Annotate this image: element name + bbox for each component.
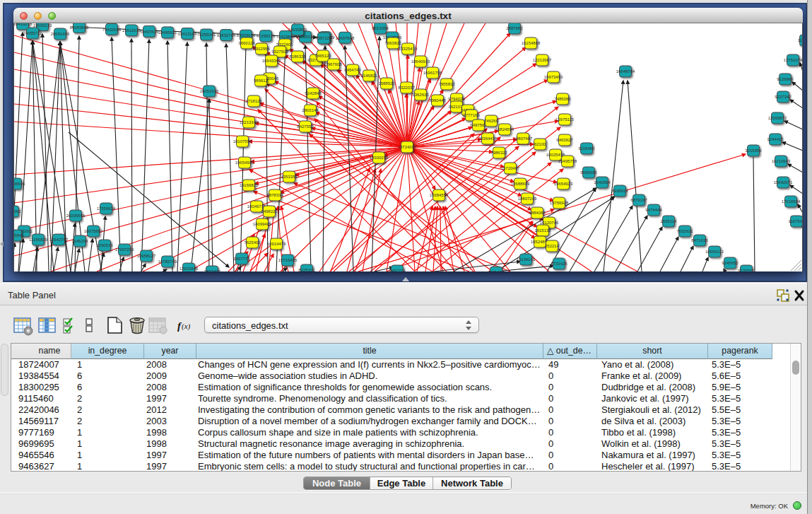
svg-text:18640910: 18640910 bbox=[411, 59, 430, 64]
svg-text:1353356: 1353356 bbox=[281, 175, 298, 179]
svg-text:1832009: 1832009 bbox=[204, 269, 220, 271]
svg-text:16697848: 16697848 bbox=[336, 36, 355, 40]
svg-text:26206506: 26206506 bbox=[14, 182, 25, 186]
svg-text:8990448: 8990448 bbox=[429, 98, 446, 103]
svg-text:7625402: 7625402 bbox=[244, 240, 261, 245]
svg-text:16648784: 16648784 bbox=[616, 69, 635, 74]
svg-text:10958127: 10958127 bbox=[137, 254, 156, 258]
svg-text:9327503: 9327503 bbox=[271, 49, 288, 54]
svg-text:3660124: 3660124 bbox=[238, 41, 255, 45]
svg-text:11156829: 11156829 bbox=[29, 238, 47, 242]
svg-text:9497274: 9497274 bbox=[389, 269, 406, 271]
svg-text:1112837: 1112837 bbox=[798, 38, 803, 42]
svg-text:2887682: 2887682 bbox=[506, 26, 523, 30]
svg-text:8322037: 8322037 bbox=[398, 86, 415, 90]
svg-text:15495758: 15495758 bbox=[558, 159, 577, 163]
svg-text:19384554: 19384554 bbox=[430, 193, 449, 197]
svg-text:8471636: 8471636 bbox=[691, 238, 708, 243]
svg-text:9699695: 9699695 bbox=[580, 170, 597, 175]
svg-text:1167533: 1167533 bbox=[789, 219, 803, 223]
svg-text:18300295: 18300295 bbox=[370, 156, 389, 160]
svg-text:20691406: 20691406 bbox=[51, 32, 70, 36]
svg-text:10433218: 10433218 bbox=[14, 23, 33, 26]
svg-text:19654963: 19654963 bbox=[235, 160, 254, 165]
svg-text:9242848: 9242848 bbox=[305, 91, 322, 95]
svg-text:19654923: 19654923 bbox=[554, 182, 573, 186]
svg-text:9146821: 9146821 bbox=[360, 74, 377, 78]
svg-text:8186328: 8186328 bbox=[289, 54, 306, 59]
svg-text:16543362: 16543362 bbox=[262, 59, 281, 63]
svg-text:7357224: 7357224 bbox=[315, 36, 332, 40]
svg-text:16824554: 16824554 bbox=[495, 127, 514, 132]
svg-text:2803144: 2803144 bbox=[302, 108, 319, 112]
svg-text:(x): (x) bbox=[182, 322, 191, 331]
svg-text:8454749: 8454749 bbox=[344, 68, 361, 72]
svg-text:1171403: 1171403 bbox=[488, 270, 505, 271]
svg-text:2967608: 2967608 bbox=[325, 62, 342, 66]
svg-text:3915841: 3915841 bbox=[14, 233, 24, 238]
svg-text:10975887: 10975887 bbox=[84, 229, 103, 233]
svg-text:9457771: 9457771 bbox=[233, 257, 250, 261]
svg-text:9115460: 9115460 bbox=[579, 146, 596, 151]
svg-text:2718126: 2718126 bbox=[245, 99, 262, 103]
svg-text:14099489: 14099489 bbox=[253, 222, 272, 226]
svg-text:79402654: 79402654 bbox=[102, 28, 122, 32]
svg-text:03413164: 03413164 bbox=[178, 32, 197, 36]
svg-text:15716485: 15716485 bbox=[278, 258, 298, 262]
svg-text:7632621: 7632621 bbox=[676, 229, 693, 233]
svg-text:16154808: 16154808 bbox=[522, 41, 541, 45]
svg-text:15692971: 15692971 bbox=[774, 180, 793, 185]
svg-text:5878334: 5878334 bbox=[266, 193, 283, 197]
svg-text:9884067: 9884067 bbox=[529, 211, 546, 215]
svg-text:7485063: 7485063 bbox=[554, 97, 571, 101]
svg-text:16120746: 16120746 bbox=[540, 221, 559, 225]
svg-text:18495931: 18495931 bbox=[158, 30, 177, 35]
svg-text:9227342: 9227342 bbox=[775, 95, 792, 99]
svg-text:9794028: 9794028 bbox=[448, 97, 465, 101]
svg-text:17359934: 17359934 bbox=[97, 206, 116, 211]
svg-text:8813054: 8813054 bbox=[372, 26, 389, 30]
svg-text:1733426: 1733426 bbox=[551, 262, 567, 266]
svg-text:12975115: 12975115 bbox=[555, 117, 575, 122]
svg-text:10807487: 10807487 bbox=[514, 136, 533, 141]
svg-text:9129966: 9129966 bbox=[777, 77, 794, 81]
svg-text:8427552: 8427552 bbox=[297, 124, 314, 129]
svg-text:9777169: 9777169 bbox=[463, 113, 480, 117]
svg-text:9245652: 9245652 bbox=[722, 261, 739, 265]
svg-text:8938913: 8938913 bbox=[611, 189, 628, 193]
svg-text:15136141: 15136141 bbox=[517, 257, 536, 262]
svg-text:75255341: 75255341 bbox=[197, 33, 216, 37]
svg-text:13325419: 13325419 bbox=[399, 47, 418, 51]
svg-text:1615132: 1615132 bbox=[534, 228, 551, 233]
svg-text:20053346: 20053346 bbox=[200, 89, 219, 93]
svg-text:89083863: 89083863 bbox=[70, 25, 89, 30]
svg-text:12093872: 12093872 bbox=[768, 116, 787, 120]
svg-text:16914479: 16914479 bbox=[267, 242, 286, 246]
svg-text:16033809: 16033809 bbox=[288, 28, 307, 32]
svg-text:62100: 62100 bbox=[534, 142, 546, 146]
svg-text:5465123: 5465123 bbox=[314, 54, 331, 58]
svg-text:13751074: 13751074 bbox=[784, 58, 803, 62]
svg-text:989612: 989612 bbox=[254, 78, 269, 83]
svg-text:1640954: 1640954 bbox=[594, 180, 611, 185]
svg-text:1588520: 1588520 bbox=[378, 81, 395, 86]
svg-text:17957255: 17957255 bbox=[115, 247, 134, 252]
svg-text:9463627: 9463627 bbox=[556, 138, 573, 142]
svg-text:6497568: 6497568 bbox=[470, 123, 487, 127]
svg-text:16210943: 16210943 bbox=[772, 159, 791, 163]
svg-text:20206556: 20206556 bbox=[66, 214, 86, 218]
svg-text:1498222: 1498222 bbox=[261, 209, 278, 214]
svg-text:12942757: 12942757 bbox=[49, 238, 69, 242]
svg-text:92832764: 92832764 bbox=[217, 33, 236, 37]
svg-text:9474444: 9474444 bbox=[645, 208, 662, 212]
svg-text:16961758: 16961758 bbox=[423, 71, 442, 75]
svg-text:3215956: 3215956 bbox=[745, 148, 762, 153]
svg-text:7663822: 7663822 bbox=[384, 41, 401, 45]
svg-text:12213967: 12213967 bbox=[533, 58, 552, 62]
svg-text:10973493: 10973493 bbox=[544, 75, 563, 79]
svg-text:746266: 746266 bbox=[484, 119, 499, 123]
svg-text:10654112: 10654112 bbox=[705, 250, 724, 254]
svg-text:18807249: 18807249 bbox=[518, 197, 537, 201]
svg-text:12213349: 12213349 bbox=[240, 120, 259, 124]
svg-text:12923445: 12923445 bbox=[180, 267, 199, 271]
